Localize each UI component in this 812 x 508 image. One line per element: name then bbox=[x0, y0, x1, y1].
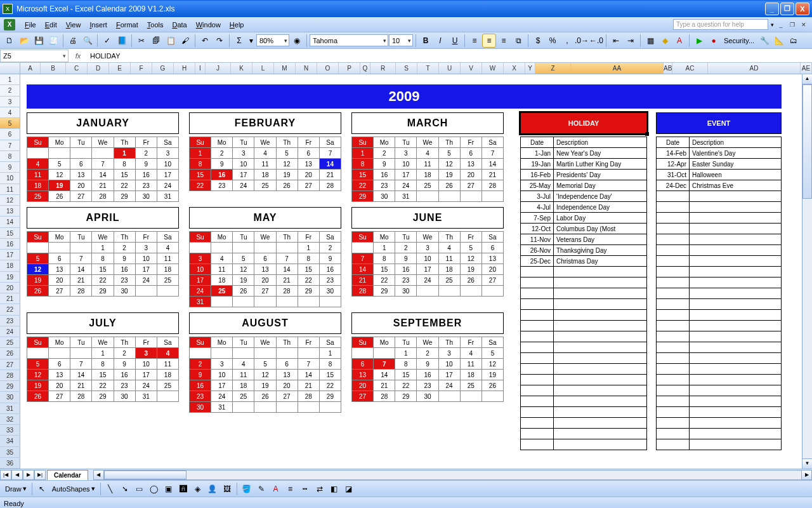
menu-file[interactable]: File bbox=[20, 19, 41, 30]
research-button[interactable]: 📘 bbox=[115, 34, 129, 48]
day-cell[interactable]: 14 bbox=[276, 264, 298, 275]
bold-button[interactable]: B bbox=[419, 34, 433, 48]
day-cell[interactable]: 8 bbox=[114, 159, 135, 170]
row-header-35[interactable]: 35 bbox=[0, 447, 20, 458]
date-cell[interactable] bbox=[521, 353, 554, 364]
day-cell[interactable]: 11 bbox=[157, 253, 178, 264]
day-cell[interactable]: 3 bbox=[395, 148, 417, 159]
date-cell[interactable] bbox=[657, 310, 690, 321]
col-header-O[interactable]: O bbox=[317, 63, 339, 74]
day-cell[interactable]: 19 bbox=[276, 170, 298, 180]
day-cell[interactable]: 17 bbox=[438, 370, 460, 380]
day-cell[interactable]: 16 bbox=[374, 170, 395, 180]
day-cell[interactable]: 9 bbox=[319, 253, 341, 264]
date-cell[interactable] bbox=[657, 407, 690, 418]
date-cell[interactable] bbox=[657, 288, 690, 299]
select-objects-button[interactable]: ↖ bbox=[35, 482, 49, 496]
date-cell[interactable]: 24-Dec bbox=[657, 180, 690, 191]
menu-view[interactable]: View bbox=[62, 19, 86, 30]
day-cell[interactable]: 21 bbox=[276, 275, 298, 286]
day-cell[interactable]: 17 bbox=[157, 170, 178, 180]
day-cell[interactable]: 30 bbox=[135, 191, 157, 202]
desc-cell[interactable] bbox=[554, 364, 647, 375]
day-cell[interactable]: 21 bbox=[319, 170, 341, 180]
day-cell[interactable]: 17 bbox=[211, 380, 233, 391]
date-cell[interactable] bbox=[521, 439, 554, 450]
align-left-button[interactable]: ≡ bbox=[468, 34, 481, 48]
day-cell[interactable]: 3 bbox=[417, 243, 438, 253]
desc-cell[interactable] bbox=[690, 353, 782, 364]
day-cell[interactable]: 23 bbox=[114, 380, 135, 391]
day-cell[interactable]: 8 bbox=[352, 159, 374, 170]
desc-cell[interactable] bbox=[690, 224, 782, 234]
day-cell[interactable]: 26 bbox=[27, 286, 49, 297]
date-cell[interactable] bbox=[657, 224, 690, 234]
date-cell[interactable] bbox=[657, 385, 690, 396]
date-cell[interactable] bbox=[521, 429, 554, 439]
day-cell[interactable]: 22 bbox=[352, 180, 374, 191]
day-cell[interactable]: 25 bbox=[417, 180, 438, 191]
day-cell[interactable]: 1 bbox=[395, 348, 417, 359]
day-cell[interactable]: 9 bbox=[135, 159, 157, 170]
day-cell[interactable]: 9 bbox=[417, 359, 438, 370]
cut-button[interactable]: ✂ bbox=[134, 34, 148, 48]
day-cell[interactable]: 16 bbox=[114, 264, 135, 275]
desc-cell[interactable] bbox=[554, 353, 647, 364]
day-cell[interactable]: 28 bbox=[92, 191, 114, 202]
row-header-30[interactable]: 30 bbox=[0, 392, 20, 403]
day-cell[interactable]: 18 bbox=[254, 170, 276, 180]
col-header-V[interactable]: V bbox=[461, 63, 482, 74]
day-cell[interactable]: 14 bbox=[70, 370, 92, 380]
date-cell[interactable] bbox=[521, 331, 554, 342]
col-header-AA[interactable]: AA bbox=[571, 63, 664, 74]
day-cell[interactable]: 10 bbox=[395, 159, 417, 170]
desc-cell[interactable] bbox=[690, 321, 782, 331]
desc-cell[interactable]: Memorial Day bbox=[554, 180, 647, 191]
desc-cell[interactable] bbox=[690, 407, 782, 418]
day-cell[interactable]: 19 bbox=[481, 370, 503, 380]
mdi-minimize-button[interactable]: _ bbox=[776, 20, 785, 29]
day-cell[interactable]: 1 bbox=[92, 348, 114, 359]
day-cell[interactable]: 11 bbox=[27, 170, 49, 180]
day-cell[interactable]: 22 bbox=[92, 275, 114, 286]
row-header-17[interactable]: 17 bbox=[0, 250, 20, 260]
day-cell[interactable]: 19 bbox=[254, 380, 276, 391]
col-header-E[interactable]: E bbox=[109, 63, 131, 74]
day-cell[interactable]: 13 bbox=[276, 370, 298, 380]
date-cell[interactable] bbox=[657, 396, 690, 407]
col-header-D[interactable]: D bbox=[88, 63, 109, 74]
date-cell[interactable] bbox=[657, 439, 690, 450]
desc-cell[interactable]: Valentine's Day bbox=[690, 148, 782, 159]
fill-color-button[interactable]: ◆ bbox=[658, 34, 672, 48]
date-cell[interactable]: 4-Jul bbox=[521, 202, 554, 213]
day-cell[interactable]: 3 bbox=[438, 348, 460, 359]
desc-cell[interactable] bbox=[690, 385, 782, 396]
day-cell[interactable]: 18 bbox=[417, 170, 438, 180]
col-header-G[interactable]: G bbox=[152, 63, 174, 74]
day-cell[interactable]: 18 bbox=[233, 380, 254, 391]
day-cell[interactable]: 25 bbox=[460, 380, 481, 391]
day-cell[interactable]: 27 bbox=[70, 191, 92, 202]
desc-cell[interactable]: Halloween bbox=[690, 170, 782, 180]
day-cell[interactable]: 5 bbox=[438, 148, 460, 159]
hscroll-thumb[interactable] bbox=[104, 471, 187, 479]
vertical-scrollbar[interactable]: ▲ ▼ bbox=[802, 74, 812, 469]
date-cell[interactable] bbox=[521, 364, 554, 375]
event-header-cell[interactable]: EVENT bbox=[656, 112, 782, 134]
day-cell[interactable]: 22 bbox=[92, 380, 114, 391]
day-cell[interactable]: 24 bbox=[417, 275, 438, 286]
row-header-28[interactable]: 28 bbox=[0, 370, 20, 381]
day-cell[interactable]: 10 bbox=[135, 253, 157, 264]
day-cell[interactable]: 13 bbox=[254, 264, 276, 275]
desc-cell[interactable] bbox=[690, 331, 782, 342]
day-cell[interactable]: 11 bbox=[233, 370, 254, 380]
day-cell[interactable]: 24 bbox=[211, 391, 233, 402]
date-cell[interactable] bbox=[521, 407, 554, 418]
day-cell[interactable]: 7 bbox=[352, 253, 374, 264]
desc-cell[interactable] bbox=[554, 277, 647, 288]
row-header-22[interactable]: 22 bbox=[0, 304, 20, 315]
worksheet[interactable]: 2009 JANUARYSuMoTuWeThFrSa12345678910111… bbox=[20, 74, 812, 469]
day-cell[interactable]: 23 bbox=[374, 180, 395, 191]
row-header-25[interactable]: 25 bbox=[0, 337, 20, 348]
line-style-button[interactable]: ≡ bbox=[284, 482, 298, 496]
